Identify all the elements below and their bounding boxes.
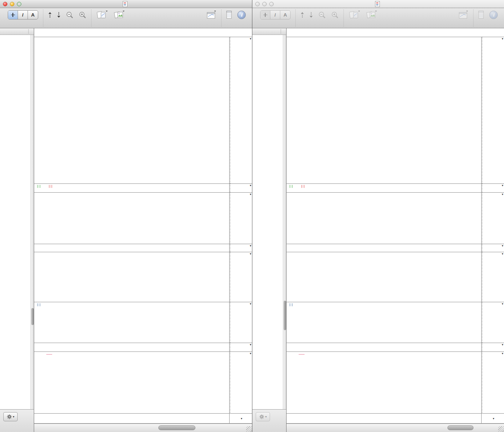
crosshair-tool-button[interactable] [260, 11, 270, 19]
scrollbar-thumb[interactable] [158, 425, 195, 430]
inspector-button[interactable]: i [237, 9, 246, 21]
sidebar-header[interactable] [0, 28, 34, 35]
zoom-window-button[interactable] [17, 2, 21, 6]
symbol-list[interactable] [0, 35, 34, 409]
window-weinstein-weekly: / A [0, 0, 252, 432]
price-plot[interactable] [34, 37, 229, 183]
sidebar-scrollbar[interactable] [30, 35, 34, 409]
mansfield-axis[interactable]: ▾ [229, 244, 252, 252]
close-button[interactable] [255, 2, 260, 6]
disclosure-icon[interactable]: ▾ [502, 37, 503, 40]
window-weinstein-daily: / A [252, 0, 504, 432]
inspector-button[interactable]: i [489, 9, 498, 21]
trendline-tool-button[interactable]: / [18, 11, 28, 19]
price-plot[interactable] [287, 37, 481, 183]
crosshair-tool-button[interactable] [8, 11, 18, 19]
sidebar-scrollbar[interactable] [283, 35, 286, 409]
ma-line-swatch-icon [46, 354, 52, 355]
scrollbar-thumb[interactable] [284, 301, 286, 330]
disclosure-icon[interactable]: ▾ [250, 252, 251, 256]
rp-line-axis[interactable]: ▾ [481, 252, 504, 302]
disclosure-icon[interactable]: ▾ [250, 343, 251, 346]
toolbar-separator [221, 10, 222, 26]
price-axis[interactable]: ▾ [229, 37, 252, 183]
magnifier-plus-icon [79, 11, 86, 19]
volume-axis[interactable]: ▾ [229, 302, 252, 343]
indicators-button[interactable] [349, 9, 360, 21]
month-labels [287, 414, 481, 423]
scrollbar-thumb[interactable] [447, 425, 474, 430]
force-axis[interactable]: ▾ [481, 352, 504, 413]
resize-grip[interactable] [498, 426, 504, 432]
templates-icon [113, 10, 125, 20]
zoom-out-button[interactable] [66, 9, 73, 21]
disclosure-icon[interactable]: ▾ [502, 252, 503, 256]
wma-axis[interactable]: ▾ [229, 184, 252, 192]
disclosure-icon[interactable]: ▾ [250, 193, 251, 196]
wma-axis[interactable]: ▾ [481, 184, 504, 192]
arrow-up-dotted-icon [300, 12, 304, 18]
templates-button[interactable] [366, 9, 377, 21]
disclosure-icon[interactable]: ▾ [250, 37, 251, 40]
disclosure-icon[interactable]: ▾ [250, 352, 251, 355]
disclosure-icon[interactable]: ▾ [502, 193, 503, 196]
disclosure-icon[interactable]: ▾ [250, 302, 251, 306]
next-button[interactable] [57, 9, 61, 21]
document-icon [123, 1, 127, 7]
next-button[interactable] [309, 9, 313, 21]
sidebar-header[interactable] [252, 28, 286, 35]
horizontal-scrollbar[interactable] [287, 424, 504, 432]
action-gear-button[interactable]: ▾ [3, 412, 18, 421]
minimize-button[interactable] [10, 2, 14, 6]
zoom-level-button[interactable] [79, 9, 86, 21]
periodicity-select[interactable]: ▾ [229, 414, 252, 423]
force-axis[interactable]: ▾ [229, 352, 252, 413]
disclosure-icon[interactable]: ▾ [502, 343, 503, 346]
title-bar[interactable] [252, 0, 504, 8]
content-button[interactable] [478, 9, 484, 21]
force-index-panel: ▾ [34, 352, 252, 414]
indicators-button[interactable] [96, 9, 108, 21]
text-tool-button[interactable]: A [28, 11, 38, 19]
text-tool-button[interactable]: A [280, 11, 290, 19]
templates-button[interactable] [113, 9, 125, 21]
action-gear-button[interactable]: ▾ [256, 412, 270, 421]
zoom-window-button[interactable] [269, 2, 274, 6]
disclosure-icon[interactable]: ▾ [502, 352, 503, 355]
force-signals-axis[interactable]: ▾ [481, 343, 504, 351]
resize-grip[interactable] [246, 426, 252, 432]
zoom-level-button[interactable] [331, 9, 339, 21]
disclosure-icon[interactable]: ▾ [502, 302, 503, 306]
prev-button[interactable] [300, 9, 304, 21]
sidebar-footer: ▾ [0, 409, 34, 432]
volume-axis[interactable]: ▾ [481, 302, 504, 343]
chart-area: ▾ ▾ ▾ [287, 28, 504, 432]
symbol-list[interactable] [252, 35, 286, 409]
sidebar-footer: ▾ [252, 409, 286, 432]
prev-button[interactable] [48, 9, 52, 21]
rp-histogram-axis[interactable]: ▾ [229, 193, 252, 244]
title-bar[interactable] [0, 0, 252, 8]
disclosure-icon[interactable]: ▾ [502, 184, 503, 187]
rp-histogram-axis[interactable]: ▾ [481, 193, 504, 244]
zoom-out-button[interactable] [318, 9, 326, 21]
chevron-down-icon: ▾ [493, 417, 494, 420]
relative-performance-histogram-panel: ▾ [34, 193, 252, 244]
layout-button[interactable] [458, 9, 468, 21]
scrollbar-thumb[interactable] [31, 308, 34, 325]
trendline-tool-button[interactable]: / [270, 11, 280, 19]
price-axis[interactable]: ▾ [481, 37, 504, 183]
layout-button[interactable] [206, 9, 216, 21]
horizontal-scrollbar[interactable] [34, 424, 252, 432]
rp-line-axis[interactable]: ▾ [229, 252, 252, 302]
close-button[interactable] [3, 2, 7, 6]
periodicity-select[interactable]: ▾ [481, 414, 504, 423]
mansfield-axis[interactable]: ▾ [481, 244, 504, 252]
force-signals-axis[interactable]: ▾ [229, 343, 252, 351]
disclosure-icon[interactable]: ▾ [250, 184, 251, 187]
disclosure-icon[interactable]: ▾ [250, 244, 251, 247]
disclosure-icon[interactable]: ▾ [502, 244, 503, 247]
content-button[interactable] [226, 9, 232, 21]
minimize-button[interactable] [262, 2, 267, 6]
wma-signal-panel: ▾ [287, 184, 504, 193]
